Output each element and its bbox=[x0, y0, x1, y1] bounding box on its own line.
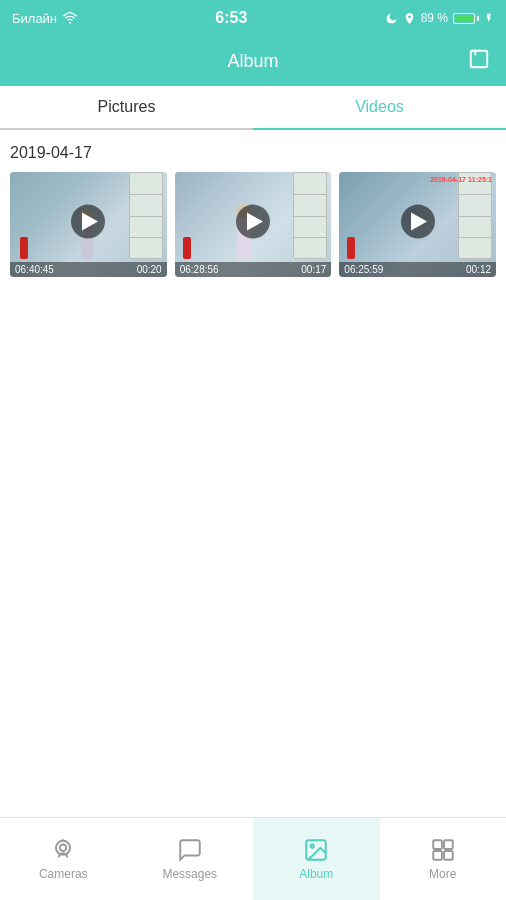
moon-icon bbox=[385, 12, 398, 25]
tab-pictures[interactable]: Pictures bbox=[0, 86, 253, 128]
status-left: Билайн bbox=[12, 10, 78, 26]
svg-rect-8 bbox=[433, 851, 442, 860]
video-duration-2: 00:17 bbox=[301, 264, 326, 275]
video-item-1[interactable]: 06:40:45 00:20 bbox=[10, 172, 167, 277]
header-title: Album bbox=[227, 51, 278, 72]
video-time-3: 06:25:59 bbox=[344, 264, 383, 275]
bottom-nav: Cameras Messages Album More bbox=[0, 817, 506, 900]
status-right: 89 % bbox=[385, 11, 494, 25]
video-duration-1: 00:20 bbox=[137, 264, 162, 275]
video-time-1: 06:40:45 bbox=[15, 264, 54, 275]
nav-more[interactable]: More bbox=[380, 818, 507, 900]
nav-messages-label: Messages bbox=[162, 867, 217, 881]
status-time: 6:53 bbox=[215, 9, 247, 27]
battery-percent: 89 % bbox=[421, 11, 448, 25]
video-info-2: 06:28:56 00:17 bbox=[175, 262, 332, 277]
edit-icon bbox=[468, 48, 490, 70]
video-duration-3: 00:12 bbox=[466, 264, 491, 275]
svg-point-5 bbox=[311, 845, 314, 848]
timestamp-overlay-3: 2019-04-17 11:25:1 bbox=[430, 176, 492, 183]
date-group-label: 2019-04-17 bbox=[10, 144, 496, 162]
svg-rect-0 bbox=[471, 50, 488, 67]
more-icon bbox=[430, 837, 456, 863]
cameras-icon bbox=[50, 837, 76, 863]
nav-album-label: Album bbox=[299, 867, 333, 881]
svg-rect-6 bbox=[433, 840, 442, 849]
svg-rect-9 bbox=[444, 851, 453, 860]
play-button-3[interactable] bbox=[401, 204, 435, 238]
svg-rect-7 bbox=[444, 840, 453, 849]
album-icon bbox=[303, 837, 329, 863]
nav-cameras-label: Cameras bbox=[39, 867, 88, 881]
app-header: Album bbox=[0, 36, 506, 86]
bolt-icon bbox=[484, 13, 494, 23]
svg-point-1 bbox=[60, 845, 67, 852]
video-item-2[interactable]: 06:28:56 00:17 bbox=[175, 172, 332, 277]
tab-videos[interactable]: Videos bbox=[253, 86, 506, 128]
nav-messages[interactable]: Messages bbox=[127, 818, 254, 900]
edit-button[interactable] bbox=[468, 48, 490, 75]
nav-cameras[interactable]: Cameras bbox=[0, 818, 127, 900]
video-grid: 06:40:45 00:20 06:28:56 bbox=[10, 172, 496, 277]
battery-icon bbox=[453, 13, 479, 24]
video-info-3: 06:25:59 00:12 bbox=[339, 262, 496, 277]
video-item-3[interactable]: 2019-04-17 11:25:1 06:25:59 00:12 bbox=[339, 172, 496, 277]
video-time-2: 06:28:56 bbox=[180, 264, 219, 275]
location-icon bbox=[403, 12, 416, 25]
carrier-label: Билайн bbox=[12, 11, 57, 26]
video-info-1: 06:40:45 00:20 bbox=[10, 262, 167, 277]
play-button-2[interactable] bbox=[236, 204, 270, 238]
wifi-icon bbox=[62, 10, 78, 26]
tab-bar: Pictures Videos bbox=[0, 86, 506, 130]
messages-icon bbox=[177, 837, 203, 863]
nav-more-label: More bbox=[429, 867, 456, 881]
nav-album[interactable]: Album bbox=[253, 818, 380, 900]
play-button-1[interactable] bbox=[71, 204, 105, 238]
main-content: 2019-04-17 06:40:45 0 bbox=[0, 130, 506, 291]
status-bar: Билайн 6:53 89 % bbox=[0, 0, 506, 36]
